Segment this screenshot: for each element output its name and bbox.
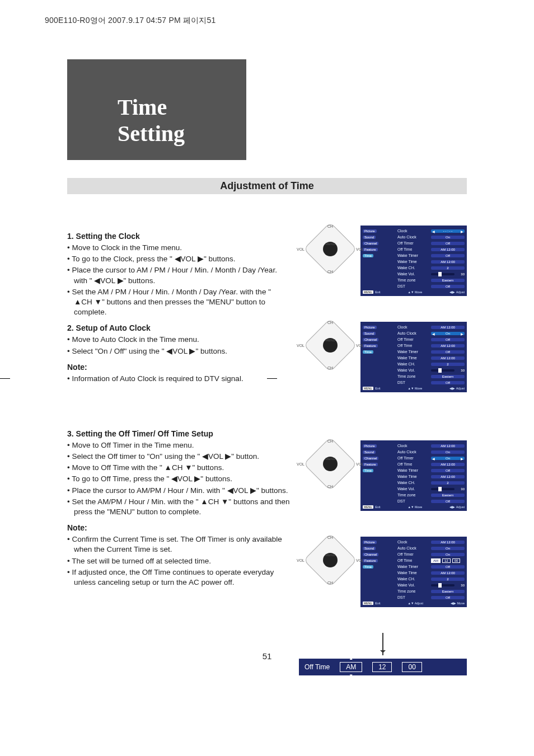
osd-side-tab[interactable]: Time — [363, 565, 373, 569]
osd-side-tab[interactable]: Sound — [363, 332, 376, 335]
osd-row-key: Wake Time — [397, 571, 429, 575]
osd-row-key: Auto Clock — [397, 235, 429, 239]
osd-side-tab[interactable]: Feature — [363, 344, 378, 348]
osd-value-box[interactable]: AM — [431, 558, 441, 563]
osd-side-tab[interactable]: Channel — [363, 242, 378, 245]
osd-row-value: 2 — [431, 481, 465, 485]
remote-diagram: CHCHVOLVOLMENU — [307, 440, 354, 493]
offtime-box-min[interactable]: 00 — [402, 662, 421, 672]
osd-side-tab[interactable]: Time — [363, 254, 373, 257]
osd-row-value: Off — [431, 285, 465, 288]
osd-footer-right: ◀▶ Adjust — [449, 387, 465, 390]
ch-down-label: CH — [327, 270, 333, 274]
osd-row-key: Wake Time — [397, 356, 429, 360]
list-item: Confirm the Current Time is set. The Off… — [67, 534, 291, 555]
osd-row-value: AM 12:00 — [431, 248, 465, 251]
osd-side-tab[interactable]: Channel — [363, 338, 378, 341]
ch-down-label: CH — [327, 366, 333, 370]
osd-row-value: AM 12:00 — [431, 463, 465, 466]
osd-footer-right: ◀▶ Adjust — [449, 505, 465, 509]
step1-bullets: Move to Clock in the Time menu.To go to … — [67, 243, 291, 318]
osd-side-tab[interactable]: Channel — [363, 553, 378, 556]
osd-side-tab[interactable]: Feature — [363, 559, 378, 562]
osd-row-value: Off — [431, 350, 465, 354]
osd-row-value: AM 12:00 — [431, 356, 465, 360]
osd-slider[interactable] — [431, 369, 455, 372]
offtime-box-ampm[interactable]: AM — [340, 662, 362, 672]
vol-left-label: VOL — [297, 462, 305, 466]
osd-row-value[interactable]: On◀▶ — [431, 332, 465, 335]
osd-row-key: Clock — [397, 540, 429, 544]
osd-row-key: Wake CH. — [397, 266, 429, 270]
list-item: Move to Auto Clock in the Time menu. — [67, 335, 291, 345]
osd-value-box[interactable]: 00 — [452, 558, 461, 563]
osd-row-key: Time zone — [397, 589, 429, 593]
osd-row-value: Off — [431, 338, 465, 341]
osd-side-tab[interactable]: Channel — [363, 457, 378, 460]
osd-row-key: Wake CH. — [397, 481, 429, 485]
osd-row-key: Time zone — [397, 374, 429, 378]
ch-up-label: CH — [327, 321, 333, 325]
osd-side-tab[interactable]: Time — [363, 350, 373, 354]
osd-slider-value: 30 — [457, 273, 465, 276]
vol-left-label: VOL — [297, 558, 305, 562]
osd-row-value[interactable]: On◀▶ — [431, 457, 465, 460]
osd-row-key: Off Time — [397, 558, 429, 562]
remote-diagram: CHCHVOLVOLMENU — [307, 226, 354, 278]
vol-right-label: VOL — [356, 247, 364, 251]
osd-row-key: Wake Time — [397, 475, 429, 478]
osd-row-key: Clock — [397, 444, 429, 448]
osd-footer-mid: ▲▼ Move — [408, 505, 423, 509]
offtime-strip: Off Time AM 12 00 — [299, 659, 467, 675]
menu-label: MENU — [325, 457, 335, 461]
vol-right-label: VOL — [356, 462, 364, 466]
osd-side-tab[interactable]: Feature — [363, 463, 378, 466]
ch-down-label: CH — [327, 581, 333, 585]
osd-slider[interactable] — [431, 584, 455, 586]
osd-row-value: Off — [431, 254, 465, 257]
osd-side-tab[interactable]: Feature — [363, 248, 378, 251]
osd-side-tab[interactable]: Time — [363, 469, 373, 472]
osd-row-value: AM 12:00 — [431, 475, 465, 478]
osd-row-key: Wake Time — [397, 260, 429, 264]
osd-row-value: 2 — [431, 577, 465, 581]
menu-label: MENU — [325, 242, 335, 246]
osd-slider-value: 30 — [457, 584, 465, 587]
osd-side-tab[interactable]: Picture — [363, 326, 377, 329]
step3-notes: Confirm the Current Time is set. The Off… — [67, 534, 291, 588]
osd-row-value: Off — [431, 565, 465, 569]
osd-row-key: Time zone — [397, 278, 429, 282]
osd-footer-left: MENU Exit — [363, 290, 380, 294]
osd-panel-4: PictureClockAM 12:00SoundAuto ClockOnCha… — [360, 537, 467, 616]
osd-slider[interactable] — [431, 273, 455, 275]
osd-row-value: Off — [431, 469, 465, 472]
menu-label: MENU — [325, 553, 335, 557]
osd-side-tab[interactable]: Sound — [363, 450, 376, 454]
list-item: Set the AM/PM / Hour / Min. with the " ▲… — [67, 497, 291, 517]
ch-up-label: CH — [327, 224, 333, 228]
osd-row-key: Off Timer — [397, 337, 429, 341]
osd-side-tab[interactable]: Picture — [363, 229, 377, 233]
ch-up-label: CH — [327, 536, 333, 539]
osd-side-tab[interactable]: Sound — [363, 236, 376, 239]
osd-slider[interactable] — [431, 488, 455, 490]
osd-slider-value: 30 — [457, 369, 465, 372]
ch-down-label: CH — [327, 485, 333, 489]
group-step2: CHCHVOLVOLMENU PictureClockAM 12:00Sound… — [299, 322, 467, 401]
vol-right-label: VOL — [356, 558, 364, 562]
osd-row-value: Off — [431, 596, 465, 599]
page-number: 51 — [263, 651, 272, 661]
offtime-box-hour[interactable]: 12 — [372, 662, 392, 672]
osd-row-value: Eastern — [431, 375, 465, 378]
osd-footer-left: MENU Exit — [363, 602, 380, 605]
osd-value-box[interactable]: 12 — [442, 558, 451, 563]
offtime-label: Off Time — [305, 663, 330, 671]
page: 900E110-R0영어 2007.9.17 04:57 PM 페이지51 Ti… — [0, 0, 534, 756]
remote-diagram: CHCHVOLVOLMENU — [307, 322, 354, 374]
osd-row-key: DST — [397, 381, 429, 384]
osd-side-tab[interactable]: Picture — [363, 541, 377, 544]
osd-side-tab[interactable]: Sound — [363, 547, 376, 550]
osd-row-key: Auto Clock — [397, 546, 429, 550]
osd-side-tab[interactable]: Picture — [363, 444, 377, 448]
osd-row-value[interactable]: - - : - -◀▶ — [431, 229, 465, 233]
